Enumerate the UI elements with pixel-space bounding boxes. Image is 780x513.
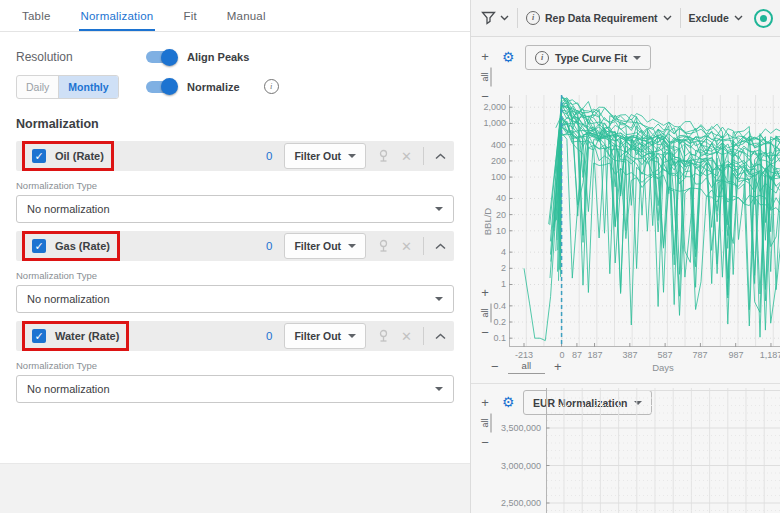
pin-icon[interactable] xyxy=(377,149,390,163)
filter-out-button[interactable]: Filter Out xyxy=(284,143,366,169)
y-tick-label: 2,000 xyxy=(471,102,506,112)
y-tick-label: 1 xyxy=(471,279,506,289)
y-tick-label: 1,000 xyxy=(471,118,506,128)
zoom-all-button[interactable]: all xyxy=(508,360,546,374)
eur-normalization-chart[interactable] xyxy=(546,388,780,513)
caret-down-icon xyxy=(348,334,356,338)
chart-toolbar: i Rep Data Requirement Exclude Re xyxy=(471,0,780,37)
normalize-toggle[interactable] xyxy=(146,81,175,93)
y-tick-label: 400 xyxy=(471,140,506,150)
y-tick-label: 0.4 xyxy=(471,301,506,311)
decline-curves-chart[interactable] xyxy=(509,95,780,347)
zoom-in-icon[interactable]: + xyxy=(481,51,489,63)
tab-bar: Table Normalization Fit Manual xyxy=(0,0,470,32)
chevron-up-icon[interactable] xyxy=(435,153,446,160)
water-checkbox[interactable]: ✓ xyxy=(32,329,46,343)
x-tick-label: 1,187 xyxy=(760,350,780,360)
caret-down-icon xyxy=(435,387,443,391)
tab-normalization[interactable]: Normalization xyxy=(79,0,156,31)
resolution-daily-button[interactable]: Daily xyxy=(17,76,59,98)
x-tick-label: 87 xyxy=(572,350,582,360)
x-tick-label: 787 xyxy=(692,350,707,360)
x-zoom-control: − all + xyxy=(491,359,562,374)
phase-section-oil: ✓ Oil (Rate) 0 Filter Out ✕ Normalizatio… xyxy=(16,141,454,223)
tab-manual[interactable]: Manual xyxy=(225,0,268,31)
chart-settings-gear-icon[interactable]: ⚙ xyxy=(502,394,515,410)
y-tick-label: 20 xyxy=(471,210,506,220)
normalization-type-label: Normalization Type xyxy=(16,180,454,191)
divider xyxy=(517,8,518,28)
resolution-button-group: Daily Monthly xyxy=(16,75,119,99)
y-tick-label: 3,500,000 xyxy=(471,423,541,433)
y-tick-label: 10 xyxy=(471,226,506,236)
phase-header: ✓ Oil (Rate) 0 Filter Out ✕ xyxy=(16,141,454,171)
zoom-in-icon[interactable]: + xyxy=(554,359,562,374)
normalization-type-select-water[interactable]: No normalization xyxy=(16,375,454,403)
y-zoom-control: + all − xyxy=(477,287,493,339)
y-zoom-control: + all − xyxy=(477,51,493,103)
align-peaks-toggle[interactable] xyxy=(146,51,175,63)
tab-table[interactable]: Table xyxy=(20,0,53,31)
x-tick-label: 987 xyxy=(728,350,743,360)
zoom-out-icon[interactable]: − xyxy=(491,359,499,374)
normalization-panel: Table Normalization Fit Manual Resolutio… xyxy=(0,0,470,513)
oil-phase-radio[interactable] xyxy=(754,9,773,28)
phase-label: Oil (Rate) xyxy=(55,150,104,162)
caret-down-icon xyxy=(435,207,443,211)
y-tick-label: 100 xyxy=(471,172,506,182)
y-tick-label: 0.2 xyxy=(471,317,506,327)
y-tick-label: 4 xyxy=(471,247,506,257)
chevron-down-icon[interactable] xyxy=(500,15,509,21)
filter-funnel-icon[interactable] xyxy=(481,11,496,25)
rep-data-requirement-button[interactable]: i Rep Data Requirement xyxy=(526,11,672,25)
close-icon[interactable]: ✕ xyxy=(401,329,412,344)
chevron-up-icon[interactable] xyxy=(435,243,446,250)
info-icon: i xyxy=(526,11,540,25)
exclude-button[interactable]: Exclude xyxy=(689,12,743,24)
divider xyxy=(680,8,681,28)
pin-icon[interactable] xyxy=(377,329,390,343)
caret-down-icon xyxy=(348,154,356,158)
normalization-type-select-gas[interactable]: No normalization xyxy=(16,285,454,313)
normalization-type-select-oil[interactable]: No normalization xyxy=(16,195,454,223)
phase-header: ✓ Water (Rate) 0 Filter Out ✕ xyxy=(16,321,454,351)
caret-down-icon xyxy=(435,297,443,301)
divider xyxy=(471,383,780,384)
panel-footer xyxy=(0,463,470,513)
y-tick-label: 2,500,000 xyxy=(471,498,541,508)
oil-checkbox[interactable]: ✓ xyxy=(32,149,46,163)
y-tick-label: 3,000,000 xyxy=(471,461,541,471)
phase-section-gas: ✓ Gas (Rate) 0 Filter Out ✕ Normalizatio… xyxy=(16,231,454,313)
close-icon[interactable]: ✕ xyxy=(401,239,412,254)
x-tick-label: 0 xyxy=(559,350,564,360)
align-peaks-label: Align Peaks xyxy=(187,51,249,63)
close-icon[interactable]: ✕ xyxy=(401,149,412,164)
phase-label: Gas (Rate) xyxy=(55,240,110,252)
x-tick-label: 587 xyxy=(657,350,672,360)
type-curve-fit-dropdown[interactable]: i Type Curve Fit xyxy=(525,45,651,70)
gas-checkbox[interactable]: ✓ xyxy=(32,239,46,253)
toggle-thumb xyxy=(161,49,178,66)
resolution-monthly-button[interactable]: Monthly xyxy=(59,76,117,98)
phase-section-water: ✓ Water (Rate) 0 Filter Out ✕ Normalizat… xyxy=(16,321,454,403)
filter-count: 0 xyxy=(266,150,272,162)
info-icon[interactable]: i xyxy=(264,79,279,94)
tab-fit[interactable]: Fit xyxy=(181,0,198,31)
chevron-up-icon[interactable] xyxy=(435,333,446,340)
x-tick-label: 387 xyxy=(622,350,637,360)
annotation-box: ✓ Gas (Rate) xyxy=(22,231,120,261)
normalize-label: Normalize xyxy=(187,81,240,93)
normalization-type-label: Normalization Type xyxy=(16,270,454,281)
zoom-in-icon[interactable]: + xyxy=(481,397,489,409)
divider xyxy=(423,147,424,165)
zoom-all-button[interactable]: all xyxy=(479,67,491,86)
zoom-out-icon[interactable]: − xyxy=(481,437,489,449)
phase-label: Water (Rate) xyxy=(55,330,119,342)
filter-out-button[interactable]: Filter Out xyxy=(284,233,366,259)
divider xyxy=(423,327,424,345)
chart-settings-gear-icon[interactable]: ⚙ xyxy=(502,49,515,65)
pin-icon[interactable] xyxy=(377,239,390,253)
filter-out-button[interactable]: Filter Out xyxy=(284,323,366,349)
normalization-section-heading: Normalization xyxy=(16,117,454,131)
filter-count: 0 xyxy=(266,240,272,252)
